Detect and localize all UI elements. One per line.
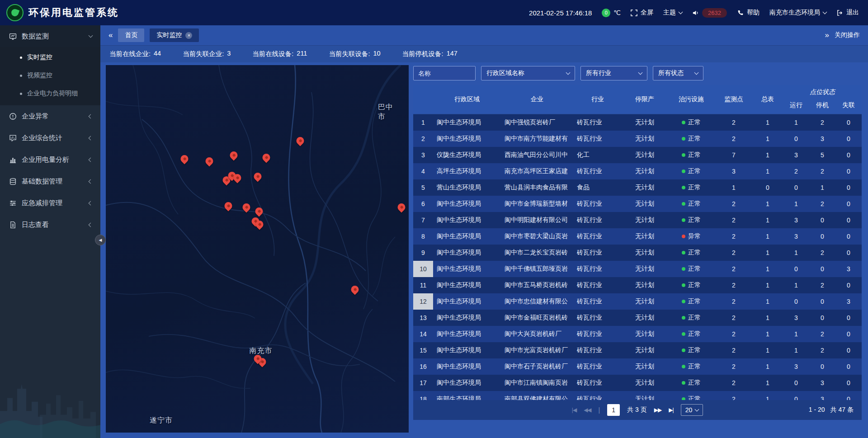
cell-company: 南充市高坪区王家店建 <box>501 163 573 179</box>
cell-lost-count: 0 <box>835 391 862 400</box>
cell-limit-production: 无计划 <box>622 131 667 147</box>
filter-bar: 行政区域名称 所有行业 所有状态 <box>413 65 862 85</box>
close-tab-icon[interactable]: × <box>185 32 192 39</box>
cell-total-meters: 1 <box>752 131 783 147</box>
sidebar-group-2[interactable]: 企业综合统计 <box>0 127 100 149</box>
status-ok-icon <box>682 365 685 368</box>
cell-limit-production: 无计划 <box>622 212 667 228</box>
table-row[interactable]: 8阆中生态环境局阆中市枣碧大梁山页岩砖瓦行业无计划异常21300 <box>413 228 862 245</box>
cell-region: 阆中生态环境局 <box>433 245 501 261</box>
cell-pollution-facility: 正常 <box>667 212 715 228</box>
org-dropdown[interactable]: 南充市生态环境局 <box>769 9 826 17</box>
page-size-select[interactable]: 20 <box>681 404 703 416</box>
table-row[interactable]: 6阆中生态环境局阆中市金博瑞新型墙材砖瓦行业无计划正常21120 <box>413 196 862 212</box>
sidebar-group-1[interactable]: 企业异常 <box>0 105 100 127</box>
stat-value: 211 <box>297 50 307 58</box>
fullscreen-button[interactable]: 全屏 <box>631 9 653 17</box>
sidebar-item-0-0[interactable]: 实时监控 <box>0 48 100 66</box>
cell-run-count: 0 <box>783 131 809 147</box>
help-button[interactable]: 帮助 <box>737 9 760 17</box>
sidebar-group-0[interactable]: 数据监测 <box>0 25 100 47</box>
close-operations-button[interactable]: 关闭操作 <box>835 31 860 39</box>
sidebar-group-3[interactable]: 企业用电量分析 <box>0 149 100 170</box>
sidebar-group-6[interactable]: 日志查看 <box>0 214 100 235</box>
table-row[interactable]: 1阆中生态环境局阆中强锐页岩砖厂砖瓦行业无计划正常21120 <box>413 114 862 131</box>
cell-limit-production: 无计划 <box>622 375 667 391</box>
chevron-down-icon <box>679 9 683 14</box>
cell-company: 阆中市金福旺页岩机砖 <box>501 310 573 326</box>
cell-run-count: 1 <box>783 342 809 358</box>
industry-filter-select[interactable]: 所有行业 <box>580 66 647 80</box>
cell-region: 阆中生态环境局 <box>433 293 501 310</box>
col-lost-header: 失联 <box>835 97 862 114</box>
sidebar-item-0-2[interactable]: 企业电力负荷明细 <box>0 85 100 103</box>
cell-region: 阆中生态环境局 <box>433 261 501 277</box>
sliders-icon <box>9 199 17 207</box>
table-row[interactable]: 2阆中生态环境局阆中市南方节能建材有砖瓦行业无计划正常21030 <box>413 131 862 147</box>
database-icon <box>9 178 17 185</box>
table-row[interactable]: 9阆中生态环境局阆中市二龙长宝页岩砖砖瓦行业无计划正常21120 <box>413 245 862 261</box>
map-panel[interactable]: 巴中市南充市遂宁市 <box>106 65 409 433</box>
sidebar-group-5[interactable]: 应急减排管理 <box>0 192 100 214</box>
table-row[interactable]: 10阆中生态环境局阆中千佛镇五郎垭页岩砖瓦行业无计划正常21003 <box>413 261 862 277</box>
table-row[interactable]: 11阆中生态环境局阆中市五马桥页岩机砖砖瓦行业无计划正常21120 <box>413 277 862 293</box>
fullscreen-icon <box>631 9 637 16</box>
prev-page-button[interactable]: ◀◀ <box>584 407 591 413</box>
scroll-tabs-right-icon[interactable]: » <box>825 31 829 40</box>
tab-bar: « 首页 实时监控 × » 关闭操作 <box>100 25 868 45</box>
table-row[interactable]: 3仪陇生态环境局西南油气田分公司川中化工无计划正常71350 <box>413 147 862 163</box>
page-number-input[interactable]: 1 <box>607 404 620 416</box>
status-filter-select[interactable]: 所有状态 <box>653 66 703 80</box>
name-filter-input[interactable] <box>413 66 476 80</box>
cell-industry: 砖瓦行业 <box>573 342 622 358</box>
cell-lost-count: 0 <box>835 196 862 212</box>
logout-button[interactable]: 退出 <box>836 9 859 17</box>
logout-label: 退出 <box>846 9 859 17</box>
sidebar-group-label: 基础数据管理 <box>22 177 84 186</box>
cell-region: 营山生态环境局 <box>433 179 501 196</box>
cell-industry: 化工 <box>573 147 622 163</box>
first-page-button[interactable]: |◀ <box>572 407 576 413</box>
col-monitor-header: 监测点 <box>715 85 752 114</box>
sidebar-item-0-1[interactable]: 视频监控 <box>0 66 100 85</box>
scroll-tabs-left-icon[interactable]: « <box>108 31 113 40</box>
table-row[interactable]: 17阆中生态环境局阆中市江南镇阆南页岩砖瓦行业无计划正常21030 <box>413 375 862 391</box>
table-row[interactable]: 15阆中生态环境局阆中市光富页岩机砖厂砖瓦行业无计划正常21120 <box>413 342 862 358</box>
table-row[interactable]: 18南部生态环境局南部县双佛建材有限公砖瓦行业无计划正常21030 <box>413 391 862 400</box>
sidebar-item-label: 实时监控 <box>27 53 52 61</box>
table-row[interactable]: 7阆中生态环境局阆中明阳建材有限公司砖瓦行业无计划正常21300 <box>413 212 862 228</box>
stat-value: 147 <box>447 50 458 58</box>
alarm-indicator[interactable]: 2632 <box>692 8 727 18</box>
cell-total-meters: 1 <box>752 163 783 179</box>
table-row[interactable]: 12阆中生态环境局阆中市忠信建材有限公砖瓦行业无计划正常21003 <box>413 293 862 310</box>
sidebar-menu: 数据监测实时监控视频监控企业电力负荷明细企业异常企业综合统计企业用电量分析基础数… <box>0 25 100 235</box>
cell-lost-count: 0 <box>835 358 862 375</box>
table-row[interactable]: 14阆中生态环境局阆中大兴页岩机砖厂砖瓦行业无计划正常21120 <box>413 326 862 342</box>
chevron-left-icon <box>89 114 93 118</box>
sidebar-group-4[interactable]: 基础数据管理 <box>0 170 100 192</box>
next-page-button[interactable]: ▶▶ <box>654 407 661 413</box>
cell-pollution-facility: 正常 <box>667 293 715 310</box>
theme-dropdown[interactable]: 主题 <box>663 9 682 17</box>
temperature-value: 0 <box>602 9 610 17</box>
status-ok-icon <box>682 186 685 189</box>
cell-lost-count: 3 <box>835 293 862 310</box>
top-header: 环保用电监管系统 2021-02-25 17:46:18 0 ℃ 全屏 主题 <box>0 0 868 25</box>
sidebar-collapse-button[interactable]: ◀ <box>95 235 106 245</box>
stat-item-2: 当前在线设备:211 <box>252 50 307 58</box>
tab-home[interactable]: 首页 <box>118 28 144 42</box>
table-row[interactable]: 16阆中生态环境局阆中市石子页岩机砖厂砖瓦行业无计划正常21300 <box>413 358 862 375</box>
table-row[interactable]: 13阆中生态环境局阆中市金福旺页岩机砖砖瓦行业无计划正常21300 <box>413 310 862 326</box>
page-size-value: 20 <box>685 406 693 414</box>
table-row[interactable]: 4高坪生态环境局南充市高坪区王家店建砖瓦行业无计划正常31220 <box>413 163 862 179</box>
cell-company: 阆中市石子页岩机砖厂 <box>501 358 573 375</box>
tab-realtime-monitor[interactable]: 实时监控 × <box>150 28 199 42</box>
table-row[interactable]: 5营山生态环境局营山县润丰肉食品有限食品无计划正常10010 <box>413 179 862 196</box>
last-page-button[interactable]: ▶| <box>669 407 673 413</box>
table-header: 行政区域 企业 行业 停限产 治污设施 监测点 总表 点位状态 运行 停机 失联 <box>413 85 862 114</box>
cell-company: 阆中千佛镇五郎垭页岩 <box>501 261 573 277</box>
region-filter-select[interactable]: 行政区域名称 <box>481 66 575 80</box>
cell-pollution-facility: 正常 <box>667 245 715 261</box>
alarm-count-badge[interactable]: 2632 <box>702 8 727 18</box>
cell-region: 阆中生态环境局 <box>433 358 501 375</box>
